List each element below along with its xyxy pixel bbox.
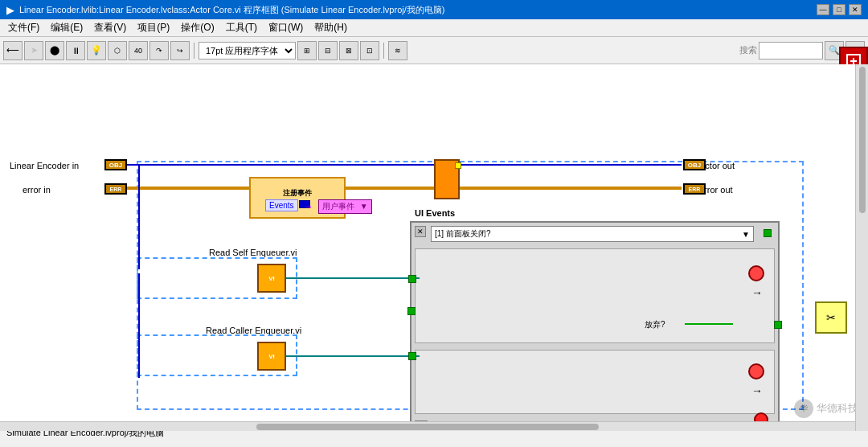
wire-vertical-left-bottom xyxy=(138,273,140,378)
events-arrow: → xyxy=(304,201,313,212)
menu-edit[interactable]: 编辑(E) xyxy=(46,19,88,36)
wire-vertical-left-top xyxy=(138,165,140,269)
event-left-terminal-2 xyxy=(408,352,416,360)
toolbar-step2[interactable]: ↪ xyxy=(170,41,190,60)
arrow-case1: → xyxy=(751,286,763,299)
menu-project[interactable]: 项目(P) xyxy=(133,19,174,36)
event-left-terminal-1 xyxy=(408,275,416,283)
toolbar-sep1 xyxy=(194,43,194,59)
toolbar: ⟵ ➤ ⬤ ⏸ 💡 ⬡ 40 ↷ ↪ 17pt 应用程序字体 ⊞ ⊟ ⊠ ⊡ ≋… xyxy=(0,37,868,64)
user-events-box: 用户事件 ▼ xyxy=(318,199,372,214)
event-green-terminal-3 xyxy=(774,321,782,329)
menu-window[interactable]: 窗口(W) xyxy=(264,19,308,36)
horizontal-scroll-thumb[interactable] xyxy=(256,424,599,430)
menu-file[interactable]: 文件(F) xyxy=(3,19,44,36)
toolbar-align[interactable]: ⊞ xyxy=(297,41,317,60)
close-button[interactable]: ✕ xyxy=(849,4,862,15)
ui-events-title: UI Events xyxy=(415,208,455,218)
actor-out-terminal[interactable]: OBJ xyxy=(683,159,706,170)
app-icon: ▶ xyxy=(6,4,14,16)
toolbar-back-button[interactable]: ⟵ xyxy=(3,41,23,60)
toolbar-num[interactable]: 40 xyxy=(129,41,148,60)
stop-button-case2[interactable] xyxy=(748,363,764,379)
title-bar-controls[interactable]: — □ ✕ xyxy=(817,4,862,15)
abandon-label: 放弃? xyxy=(645,319,665,330)
event-node-connector xyxy=(455,162,461,169)
toolbar-cleanup[interactable]: ≋ xyxy=(388,41,407,60)
ui-events-container: UI Events ✕ [1] 前面板关闭? ▼ → VI引用 放弃? xyxy=(410,221,780,424)
wire-caller-enqueuer-out xyxy=(286,355,420,357)
event-case-1-content: → xyxy=(415,248,775,343)
events-box: Events xyxy=(265,199,298,211)
minimize-button[interactable]: — xyxy=(817,4,829,15)
title-bar-left: ▶ Linear Encoder.lvlib:Linear Encoder.lv… xyxy=(6,4,444,16)
window-title: Linear Encoder.lvlib:Linear Encoder.lvcl… xyxy=(19,4,444,16)
toolbar-run-arrow[interactable]: ➤ xyxy=(24,41,43,60)
toolbar-probe[interactable]: ⬡ xyxy=(108,41,127,60)
toolbar-dist[interactable]: ⊟ xyxy=(318,41,338,60)
title-bar: ▶ Linear Encoder.lvlib:Linear Encoder.lv… xyxy=(0,0,868,19)
wire-orange-main xyxy=(127,187,682,190)
toolbar-stop-button[interactable]: ⬤ xyxy=(45,41,64,60)
vertical-scrollbar[interactable] xyxy=(855,64,868,431)
error-in-label: error in xyxy=(23,185,51,195)
toolbar-sep2 xyxy=(383,43,384,59)
user-events-dropdown[interactable]: ▼ xyxy=(360,202,368,211)
wire-self-enqueuer-out xyxy=(286,277,420,279)
watermark-logo: 华 xyxy=(794,399,813,418)
main-canvas: Linear Encoder in error in OBJ ERR Actor… xyxy=(0,64,868,424)
menu-view[interactable]: 查看(V) xyxy=(89,19,131,36)
register-event-label: 注册事件 xyxy=(283,188,312,199)
watermark: 华 华德科技 xyxy=(794,399,858,418)
restore-button[interactable]: □ xyxy=(833,4,845,15)
toolbar-light-bulb[interactable]: 💡 xyxy=(87,41,106,60)
menu-operate[interactable]: 操作(O) xyxy=(176,19,219,36)
toolbar-resize[interactable]: ⊠ xyxy=(339,41,358,60)
font-selector[interactable]: 17pt 应用程序字体 xyxy=(199,42,296,59)
watermark-text: 华德科技 xyxy=(817,401,858,416)
error-in-terminal[interactable]: ERR xyxy=(104,183,127,195)
toolbar-pause-button[interactable]: ⏸ xyxy=(66,41,85,60)
toolbar-order[interactable]: ⊡ xyxy=(360,41,379,60)
wire-abandon-out xyxy=(685,323,733,325)
event-selector-label: [1] 前面板关闭? xyxy=(435,228,490,240)
scissors-icon: ✂ xyxy=(826,311,836,324)
error-out-terminal[interactable]: ERR xyxy=(683,183,706,195)
vertical-scroll-thumb[interactable] xyxy=(859,67,866,213)
stop-button-case1[interactable] xyxy=(748,265,764,281)
menu-tools[interactable]: 工具(T) xyxy=(221,19,262,36)
self-enqueuer-selection xyxy=(137,257,297,299)
linear-encoder-in-label: Linear Encoder in xyxy=(10,161,79,170)
read-self-enqueuer-label: Read Self Enqueuer.vi xyxy=(209,248,297,257)
scissors-vi-node[interactable]: ✂ xyxy=(815,301,847,334)
linear-encoder-in-terminal[interactable]: OBJ xyxy=(104,159,127,170)
dropdown-arrow-icon[interactable]: ▼ xyxy=(742,230,750,239)
event-node-right[interactable] xyxy=(434,159,460,199)
arrow-case2: → xyxy=(751,384,763,397)
event-close-icon[interactable]: ✕ xyxy=(415,226,426,237)
toolbar-step1[interactable]: ↷ xyxy=(149,41,169,60)
menu-bar: 文件(F) 编辑(E) 查看(V) 项目(P) 操作(O) 工具(T) 窗口(W… xyxy=(0,19,868,37)
event-green-terminal-2 xyxy=(407,307,416,315)
menu-help[interactable]: 帮助(H) xyxy=(309,19,352,36)
search-label: 搜索 xyxy=(739,44,757,56)
event-selector-dropdown[interactable]: [1] 前面板关闭? ▼ xyxy=(431,226,754,242)
search-input[interactable] xyxy=(759,42,823,59)
horizontal-scrollbar[interactable] xyxy=(0,421,855,431)
wire-obj-main xyxy=(127,164,682,166)
event-case-2-content: → xyxy=(415,350,775,414)
event-green-terminal-1 xyxy=(764,229,772,237)
caller-enqueuer-selection xyxy=(137,334,297,376)
